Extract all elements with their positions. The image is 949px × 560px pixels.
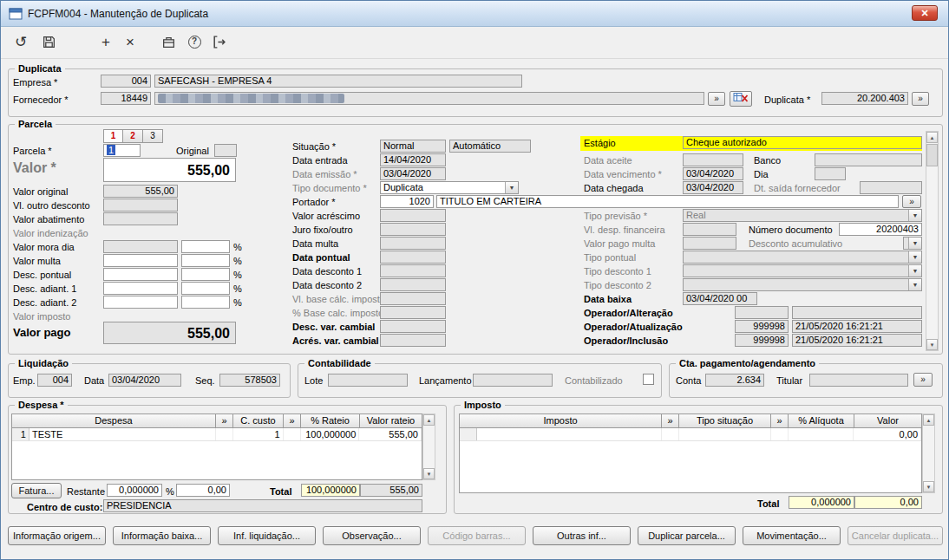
- data-vencimento-label: Data vencimento *: [584, 168, 662, 181]
- dropdown-icon[interactable]: ▼: [908, 279, 921, 290]
- tipo-desconto2-select[interactable]: ▼: [683, 278, 922, 291]
- restante-valor-field[interactable]: 0,00: [176, 484, 230, 497]
- fornecedor-name-field[interactable]: [154, 92, 704, 105]
- duplicata-label: Duplicata *: [764, 94, 810, 107]
- exit-button[interactable]: [207, 31, 230, 54]
- dropdown-icon[interactable]: ▼: [908, 251, 921, 263]
- outras-inf-button[interactable]: Outras inf...: [533, 526, 631, 545]
- banco-label: Banco: [754, 154, 781, 167]
- imposto-scrollbar[interactable]: ▲ ▼: [922, 413, 935, 493]
- desc-pontual-field[interactable]: [103, 268, 178, 281]
- despesa-row[interactable]: 1 TESTE 1 100,000000 555,00: [12, 428, 422, 441]
- portador-code-field[interactable]: 1020: [380, 195, 434, 208]
- scroll-up-icon[interactable]: ▲: [926, 132, 938, 143]
- despesa-row-lookup[interactable]: [216, 428, 233, 440]
- imposto-total-label: Total: [757, 498, 779, 511]
- dropdown-icon[interactable]: ▼: [908, 210, 921, 221]
- valor-indenizacao-label: Valor indenização: [13, 227, 88, 240]
- despesa-col-lookup2[interactable]: »: [284, 413, 301, 428]
- percent-label: %: [233, 241, 242, 254]
- scroll-down-icon[interactable]: ▼: [923, 481, 934, 492]
- close-button[interactable]: ✕: [912, 5, 938, 21]
- fornecedor-code-field[interactable]: 18449: [101, 92, 151, 105]
- dropdown-icon[interactable]: ▼: [908, 265, 921, 277]
- imposto-col-aliquota[interactable]: % Alíquota: [789, 413, 854, 428]
- despesa-col-rateio[interactable]: % Rateio: [301, 413, 360, 428]
- portador-lookup-button[interactable]: »: [902, 195, 921, 208]
- desconto-acumulativo-select[interactable]: ▼: [903, 237, 922, 250]
- archive-button[interactable]: [157, 31, 180, 54]
- desc-adiant2-field[interactable]: [103, 296, 178, 309]
- inf-liquidacao-button[interactable]: Inf. liquidação...: [218, 526, 316, 545]
- valor-pago-multa-label: Valor pago multa: [584, 238, 655, 251]
- fatura-button[interactable]: Fatura...: [11, 483, 62, 498]
- scroll-down-icon[interactable]: ▼: [423, 468, 435, 479]
- tipo-pontual-select[interactable]: ▼: [683, 251, 922, 264]
- valor-multa-field[interactable]: [103, 254, 178, 267]
- original-field: [214, 144, 237, 157]
- restante-percent-field[interactable]: 0,000000: [107, 484, 162, 497]
- portador-name-field[interactable]: TITULO EM CARTEIRA: [436, 195, 899, 208]
- desc-pontual-percent-field[interactable]: [181, 268, 230, 281]
- despesa-col-valor[interactable]: Valor rateio: [360, 413, 422, 428]
- despesa-col-lookup[interactable]: »: [216, 413, 233, 428]
- despesa-total-valor-field: 555,00: [360, 484, 422, 497]
- tipo-desconto1-select[interactable]: ▼: [683, 264, 922, 277]
- fornecedor-clear-button[interactable]: [730, 91, 752, 107]
- delete-button[interactable]: ×: [119, 31, 141, 54]
- help-button[interactable]: ?: [183, 31, 206, 54]
- scroll-up-icon[interactable]: ▲: [423, 414, 435, 426]
- tipo-previsao-select[interactable]: Real ▼: [683, 209, 922, 222]
- valor-field[interactable]: 555,00: [103, 158, 236, 182]
- imposto-col-lookup[interactable]: »: [662, 413, 679, 428]
- despesa-row-lookup2[interactable]: [284, 428, 301, 440]
- parcela-tab-2[interactable]: 2: [123, 129, 143, 143]
- duplicata-number-field[interactable]: 20.200.403: [821, 92, 908, 105]
- parcela-scrollbar[interactable]: ▲ ▼: [926, 131, 939, 351]
- observacao-button[interactable]: Observação...: [323, 526, 421, 545]
- valor-pago-label: Valor pago: [13, 326, 70, 339]
- imposto-row-lookup[interactable]: [662, 428, 679, 440]
- undo-button[interactable]: ↺: [10, 31, 32, 54]
- duplicar-parcela-button[interactable]: Duplicar parcela...: [638, 526, 736, 545]
- scroll-down-icon[interactable]: ▼: [926, 339, 938, 350]
- imposto-col-valor[interactable]: Valor: [854, 413, 922, 428]
- scroll-thumb[interactable]: [926, 144, 938, 166]
- desc-adiant1-field[interactable]: [103, 282, 178, 295]
- numero-documento-field[interactable]: 20200403: [839, 223, 922, 236]
- contabilizado-checkbox[interactable]: [643, 374, 654, 385]
- valor-mora-dia-percent-field[interactable]: [181, 240, 230, 253]
- dt-saida-label: Dt. saída fornecedor: [754, 182, 841, 195]
- desc-adiant1-percent-field[interactable]: [181, 282, 230, 295]
- despesa-scrollbar[interactable]: ▲ ▼: [422, 413, 435, 480]
- despesa-col-despesa[interactable]: Despesa: [11, 413, 216, 428]
- imposto-row[interactable]: 0,00: [460, 428, 921, 441]
- duplicata-lookup-button[interactable]: »: [912, 92, 929, 106]
- informacao-baixa-button[interactable]: Informação baixa...: [113, 526, 211, 545]
- save-button[interactable]: [37, 31, 60, 54]
- valor-multa-percent-field[interactable]: [181, 254, 230, 267]
- despesa-col-ccusto[interactable]: C. custo: [233, 413, 284, 428]
- percent-label: %: [233, 255, 242, 268]
- parcela-tab-1[interactable]: 1: [103, 129, 123, 143]
- parcela-input[interactable]: 1: [103, 144, 141, 157]
- delete-icon: ×: [126, 31, 134, 53]
- informacao-origem-button[interactable]: Informação origem...: [8, 526, 106, 545]
- imposto-row-lookup2[interactable]: [771, 428, 789, 440]
- imposto-col-imposto[interactable]: Imposto: [459, 413, 662, 428]
- dia-field: [815, 167, 846, 180]
- empresa-label: Empresa *: [13, 76, 57, 89]
- titular-lookup-button[interactable]: »: [913, 373, 933, 387]
- vl-desp-financeira-label: Vl. desp. financeira: [584, 224, 665, 237]
- dropdown-icon[interactable]: ▼: [505, 182, 518, 193]
- desc-adiant2-percent-field[interactable]: [181, 296, 230, 309]
- add-button[interactable]: +: [95, 31, 117, 54]
- dropdown-icon[interactable]: ▼: [908, 238, 921, 249]
- movimentacao-button[interactable]: Movimentação...: [743, 526, 841, 545]
- fornecedor-lookup-button[interactable]: »: [708, 92, 725, 106]
- parcela-tab-3[interactable]: 3: [143, 129, 163, 143]
- scroll-up-icon[interactable]: ▲: [923, 414, 934, 426]
- imposto-col-lookup2[interactable]: »: [771, 413, 789, 428]
- imposto-col-situacao[interactable]: Tipo situação: [679, 413, 771, 428]
- tipo-documento-select[interactable]: Duplicata ▼: [380, 181, 519, 194]
